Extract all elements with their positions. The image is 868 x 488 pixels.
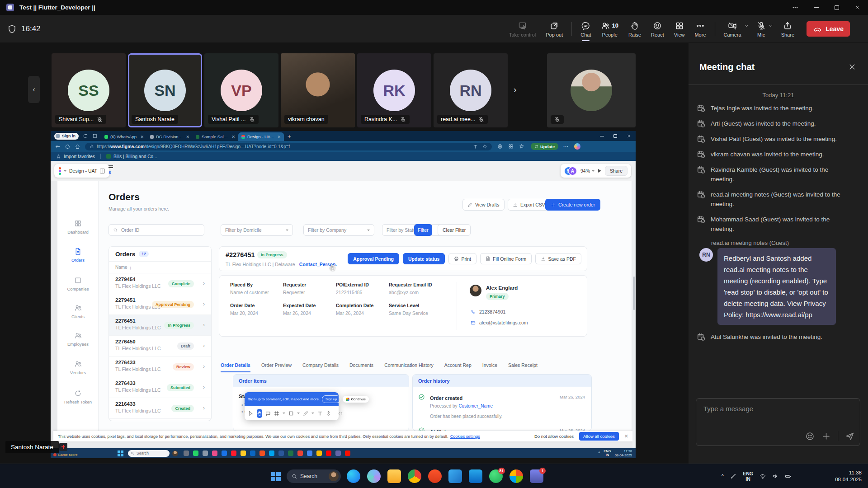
presenter-app-icon[interactable] xyxy=(345,450,350,456)
sidebar-item-orders[interactable]: Orders xyxy=(57,248,99,263)
page-scrollbar[interactable] xyxy=(632,161,636,448)
chat-close-icon[interactable] xyxy=(848,63,858,73)
tab-communication-history[interactable]: Communication History xyxy=(384,362,434,372)
component-tool[interactable] xyxy=(326,409,331,418)
browser-minimize-button[interactable] xyxy=(595,131,609,141)
tab-order-preview[interactable]: Order Preview xyxy=(261,362,292,372)
presenter-app-icon[interactable] xyxy=(278,450,284,456)
sidebar-item-dashboard[interactable]: Dashboard xyxy=(57,220,99,235)
browser-tab[interactable]: DC Divisions and Surroundings✕ xyxy=(147,132,193,141)
presenter-search-box[interactable]: Search xyxy=(128,450,170,457)
tab-close-icon[interactable]: ✕ xyxy=(140,135,144,139)
vertical-tabs-icon[interactable] xyxy=(92,133,98,139)
taskbar-icon-photos[interactable] xyxy=(509,469,523,483)
browser-maximize-button[interactable] xyxy=(609,131,622,141)
filter-button[interactable]: Filter xyxy=(414,224,432,236)
toolbar-view-button[interactable]: View xyxy=(669,15,690,43)
clear-filter-button[interactable]: Clear Filter xyxy=(438,224,471,236)
participant-tile[interactable]: vikram chavan xyxy=(281,53,355,127)
sidebar-item-refresh-token[interactable]: Refresh Token xyxy=(57,389,99,404)
order-row[interactable]: 2216433TL Flex Holdings LLCCreated› xyxy=(109,398,211,419)
sidebar-item-vendors[interactable]: Vendors xyxy=(57,360,99,375)
print-button[interactable]: Print xyxy=(448,253,476,264)
tab-invoice[interactable]: Invoice xyxy=(482,362,497,372)
text-tool[interactable] xyxy=(317,409,323,418)
copilot-icon[interactable] xyxy=(574,143,580,150)
pen-icon[interactable] xyxy=(730,473,736,479)
taskbar-icon-copilot[interactable] xyxy=(367,469,381,483)
presenter-app-icon[interactable] xyxy=(297,450,303,456)
view-drafts-button[interactable]: View Drafts xyxy=(462,199,505,211)
refresh-icon[interactable] xyxy=(65,144,71,150)
filter-domicile-select[interactable]: Filter by Domicile xyxy=(221,224,293,236)
tab-account-rep[interactable]: Account Rep xyxy=(444,362,472,372)
cookie-close-icon[interactable]: ✕ xyxy=(624,433,628,439)
home-icon[interactable] xyxy=(75,144,80,150)
tab-documents[interactable]: Documents xyxy=(349,362,373,372)
order-row[interactable]: 2279454TL Flex Holdings LLCComplete› xyxy=(109,273,211,294)
sidebar-item-employees[interactable]: Employees xyxy=(57,332,99,347)
contact-phone[interactable]: 2123874901 xyxy=(471,309,505,314)
window-close-button[interactable] xyxy=(847,0,868,15)
toolbar-react-button[interactable]: React xyxy=(646,15,669,43)
pointer-tool[interactable] xyxy=(248,409,254,418)
figma-share-button[interactable]: Share xyxy=(605,166,627,176)
volume-icon[interactable] xyxy=(772,473,778,479)
tab-actions-icon[interactable] xyxy=(83,133,88,139)
presenter-app-icon[interactable] xyxy=(326,450,331,456)
google-continue-button[interactable]: Continue xyxy=(343,396,369,403)
deny-cookies-button[interactable]: Do not allow cookies xyxy=(534,434,574,439)
tab-close-icon[interactable]: ✕ xyxy=(186,135,189,139)
leave-button[interactable]: Leave xyxy=(807,21,850,37)
window-maximize-button[interactable] xyxy=(826,0,847,15)
browser-tab[interactable]: Design - UAT – Figma✕ xyxy=(238,132,284,141)
frame-tool[interactable] xyxy=(274,409,279,418)
taskbar-search[interactable]: Search xyxy=(287,469,341,483)
fill-online-form-button[interactable]: Fill Online Form xyxy=(480,253,532,264)
participant-tile[interactable]: VPVishal Patil ... xyxy=(204,53,278,127)
toolbar-chat-button[interactable]: Chat xyxy=(576,15,596,43)
import-favorites-link[interactable]: Import favorites xyxy=(64,154,95,159)
contact-email[interactable]: alex@vstatefilings.com xyxy=(471,320,528,325)
toolbar-more-button[interactable]: More xyxy=(689,15,711,43)
browser-update-button[interactable]: Update xyxy=(531,143,558,150)
strip-previous-button[interactable]: ‹ xyxy=(28,76,40,103)
toolbar-share-button[interactable]: Share xyxy=(776,15,799,43)
save-as-pdf-button[interactable]: Save as PDF xyxy=(535,253,581,264)
tab-company-details[interactable]: Company Details xyxy=(302,362,339,372)
export-csv-button[interactable]: Export CSV xyxy=(508,199,550,211)
order-row[interactable]: 2279451TL Flex Holdings LLCApproval Pend… xyxy=(109,294,211,315)
order-row[interactable]: 2276433TL Flex Holdings LLCSubmitted› xyxy=(109,377,211,398)
browser-signin-button[interactable]: Sign in xyxy=(54,133,79,140)
presenter-app-icon[interactable] xyxy=(288,450,293,456)
taskbar-icon-whatsapp[interactable]: 81 xyxy=(489,469,503,483)
browser-settings-icon[interactable]: ⋯ xyxy=(563,143,569,150)
presenter-app-icon[interactable] xyxy=(316,450,322,456)
presenter-app-icon[interactable] xyxy=(231,450,236,456)
start-button[interactable] xyxy=(271,472,281,481)
presenter-app-icon[interactable] xyxy=(307,450,312,456)
cookies-settings-link[interactable]: Cookies settings xyxy=(450,434,480,439)
toolbar-take-control-button[interactable]: Take control xyxy=(504,15,541,43)
chevron-down-icon[interactable] xyxy=(64,170,66,173)
strip-next-button[interactable]: › xyxy=(509,76,521,103)
bills-bookmark[interactable]: Bills | Billing and Co... xyxy=(113,154,157,159)
read-aloud-icon[interactable] xyxy=(473,144,478,149)
taskbar-icon-chrome[interactable] xyxy=(408,469,421,483)
url-field[interactable]: https://www.figma.com/design/9BKQ0FOHRWa… xyxy=(85,143,492,150)
order-row[interactable]: 2276433TL Flex Holdings LLCReview› xyxy=(109,357,211,377)
taskbar-icon-edge[interactable] xyxy=(347,469,360,483)
presenter-app-icon[interactable] xyxy=(203,450,208,456)
taskbar-icon-folder[interactable] xyxy=(387,469,401,483)
presenter-app-icon[interactable] xyxy=(241,450,246,456)
presenter-start-icon[interactable] xyxy=(118,450,123,456)
taskbar-icon-teams[interactable]: 1 xyxy=(530,469,543,483)
taskbar-icon-brave[interactable] xyxy=(428,469,442,483)
split-screen-icon[interactable] xyxy=(508,144,514,149)
emoji-icon[interactable] xyxy=(805,432,815,441)
order-row[interactable]: 2276450TL Flex Holdings LLCDraft› xyxy=(109,336,211,357)
dev-mode[interactable] xyxy=(338,409,343,418)
presenter-app-icon[interactable] xyxy=(193,450,198,456)
sidebar-item-clients[interactable]: Clients xyxy=(57,304,99,319)
back-icon[interactable] xyxy=(55,144,61,150)
